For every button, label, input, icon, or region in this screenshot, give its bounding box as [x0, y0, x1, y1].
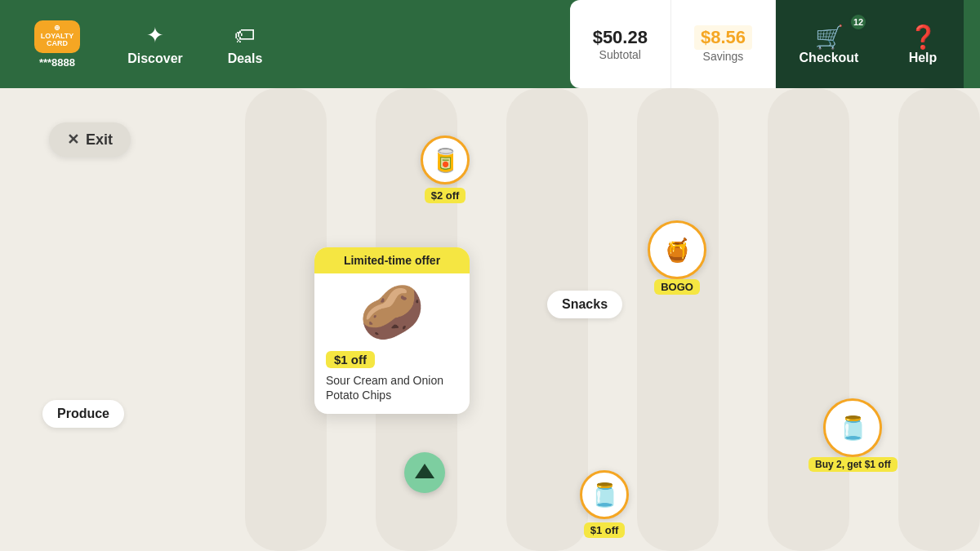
- subtotal-label: Subtotal: [599, 48, 641, 61]
- exit-x-icon: ✕: [67, 131, 79, 149]
- product-4-label: Buy 2, get $1 off: [808, 457, 898, 472]
- product-card-header: Limited-time offer: [314, 247, 470, 273]
- product-3-icon: 🫙: [590, 482, 619, 509]
- loyalty-card-account: ***8888: [39, 56, 75, 69]
- product-1-icon: 🥫: [431, 147, 460, 174]
- header-right-panel: $50.28 Subtotal $8.56 Savings 🛒 12 Check…: [570, 0, 964, 88]
- product-3-label: $1 off: [584, 522, 626, 538]
- aisle-4: [637, 88, 719, 551]
- arrow-up-icon: [415, 464, 434, 478]
- deals-icon: 🏷: [234, 23, 256, 48]
- product-card-name: Sour Cream and Onion Potato Chips: [326, 373, 458, 402]
- savings-section: $8.56 Savings: [671, 0, 776, 88]
- pin-circle-3: 🫙: [580, 470, 629, 519]
- checkout-label: Checkout: [800, 51, 859, 65]
- produce-area-label: Produce: [42, 400, 124, 428]
- aisle-3: [506, 88, 588, 551]
- header: ⊕ LOYALTYCARD ***8888 ✦ Discover 🏷 Deals…: [0, 0, 980, 88]
- product-card-emoji: 🥔: [359, 282, 425, 343]
- navigation-arrow[interactable]: [404, 452, 445, 493]
- product-pin-1[interactable]: 🥫 $2 off: [421, 136, 470, 203]
- cart-icon: 🛒: [815, 24, 844, 51]
- product-pin-4[interactable]: 🫙 Buy 2, get $1 off: [808, 398, 898, 472]
- checkout-button[interactable]: 🛒 12 Checkout: [776, 0, 882, 88]
- savings-amount: $8.56: [694, 25, 752, 50]
- help-label: Help: [909, 51, 938, 65]
- discover-nav[interactable]: ✦ Discover: [114, 23, 196, 66]
- loyalty-card-button[interactable]: ⊕ LOYALTYCARD ***8888: [16, 20, 98, 69]
- snacks-area-label: Snacks: [547, 291, 622, 318]
- savings-label: Savings: [703, 50, 744, 63]
- aisle-6: [898, 88, 980, 551]
- product-card-discount: $1 off: [326, 351, 375, 368]
- store-map: ✕ Exit Produce Snacks 🥫 $2 off Limited-t…: [0, 88, 980, 551]
- product-pin-3[interactable]: 🫙 $1 off: [580, 470, 629, 538]
- product-4-icon: 🫙: [839, 415, 867, 442]
- subtotal-amount: $50.28: [593, 27, 648, 48]
- pin-circle-1: 🥫: [421, 136, 470, 184]
- pin-circle-2: 🍯: [648, 220, 706, 279]
- exit-button[interactable]: ✕ Exit: [49, 122, 131, 157]
- discover-icon: ✦: [146, 23, 164, 48]
- product-pin-2[interactable]: 🍯 BOGO: [648, 220, 706, 295]
- aisle-5: [768, 88, 849, 551]
- deals-nav[interactable]: 🏷 Deals: [204, 23, 286, 66]
- subtotal-section: $50.28 Subtotal: [570, 0, 671, 88]
- product-card-popup[interactable]: Limited-time offer 🥔 $1 off Sour Cream a…: [314, 247, 470, 414]
- product-1-label: $2 off: [425, 188, 466, 203]
- loyalty-card-icon: ⊕ LOYALTYCARD: [34, 20, 80, 53]
- product-card-image: 🥔: [326, 282, 458, 343]
- deals-label: Deals: [228, 51, 263, 66]
- help-icon: ❓: [909, 24, 938, 51]
- help-button[interactable]: ❓ Help: [882, 0, 964, 88]
- discover-label: Discover: [127, 51, 183, 66]
- product-2-icon: 🍯: [663, 237, 692, 264]
- exit-label: Exit: [86, 131, 113, 149]
- product-2-label: BOGO: [654, 279, 700, 295]
- pin-circle-4: 🫙: [823, 398, 882, 457]
- cart-count-badge: 12: [849, 13, 867, 31]
- product-card-body: 🥔 $1 off Sour Cream and Onion Potato Chi…: [314, 273, 470, 414]
